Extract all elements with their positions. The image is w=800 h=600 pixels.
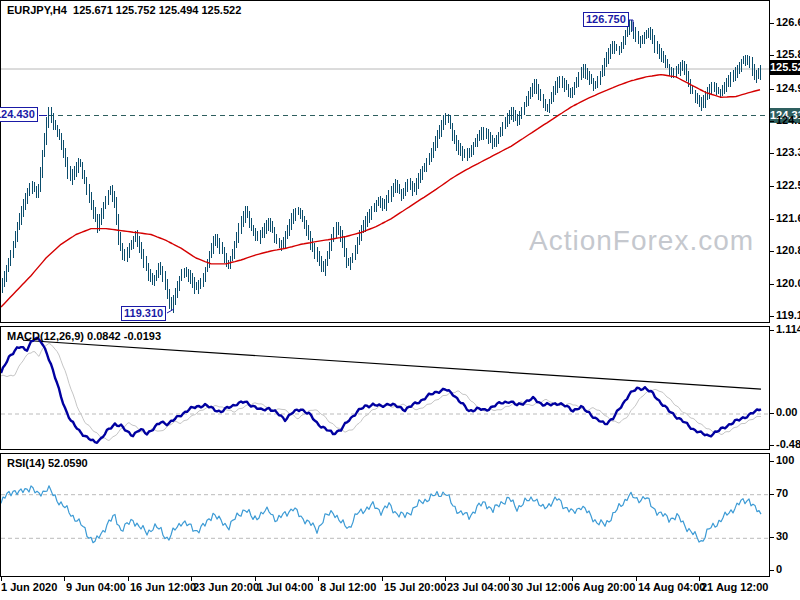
price-axis-label: 124.995 — [776, 82, 800, 94]
macd-panel: MACD(12,26,9) 0.0842 -0.0193 — [0, 326, 770, 450]
time-axis-label: 23 Jul 04:00 — [447, 581, 509, 593]
price-axis-label: 126.670 — [776, 16, 800, 28]
time-axis-label: 23 Jun 20:00 — [193, 581, 259, 593]
forex-chart: EURJPY,H4 125.671 125.752 125.494 125.52… — [0, 0, 800, 600]
rsi-axis-label: 100 — [776, 454, 794, 466]
rsi-label: RSI(14) 52.0590 — [7, 457, 88, 469]
axis-tick — [770, 23, 774, 24]
rsi-plot — [1, 454, 769, 576]
price-axis-label: 119.195 — [776, 309, 800, 321]
time-axis-label: 16 Jun 12:00 — [130, 581, 196, 593]
time-axis-label: 21 Aug 12:00 — [701, 581, 768, 593]
time-axis-tick — [64, 577, 65, 581]
watermark: ActionForex.com — [529, 225, 754, 257]
axis-tick — [770, 330, 774, 331]
current-price-box: 125.522 — [770, 60, 800, 75]
macd-plot — [1, 327, 769, 449]
time-axis-tick — [191, 577, 192, 581]
annotation-swing-high: 126.750 — [583, 12, 629, 27]
time-axis-label: 1 Jun 2020 — [1, 581, 57, 593]
macd-label: MACD(12,26,9) 0.0842 -0.0193 — [7, 330, 161, 342]
time-axis-label: 15 Jul 20:00 — [384, 581, 446, 593]
axis-tick — [770, 570, 774, 571]
macd-axis-label: 1.1144 — [776, 323, 800, 335]
time-axis-tick — [699, 577, 700, 581]
annotation-swing-low: 119.310 — [121, 306, 166, 321]
time-axis-tick — [445, 577, 446, 581]
time-axis-label: 30 Jul 12:00 — [511, 581, 573, 593]
macd-axis-label: 0.00 — [776, 406, 797, 418]
macd-axis-label: -0.4856 — [776, 438, 800, 450]
time-axis-tick — [382, 577, 383, 581]
time-axis-label: 8 Jul 12:00 — [320, 581, 376, 593]
price-axis-label: 125.845 — [776, 48, 800, 60]
time-axis-tick — [509, 577, 510, 581]
price-axis-label: 122.520 — [776, 179, 800, 191]
price-axis-label: 123.345 — [776, 146, 800, 158]
time-axis-tick — [636, 577, 637, 581]
axis-tick — [770, 316, 774, 317]
axis-tick — [770, 186, 774, 187]
price-plot — [1, 1, 769, 322]
time-axis-label: 9 Jun 04:00 — [66, 581, 126, 593]
price-axis-label: 120.845 — [776, 244, 800, 256]
price-axis: 125.522 124.310 126.670125.845124.995124… — [770, 0, 800, 600]
rsi-axis-label: 0 — [776, 563, 782, 575]
axis-tick — [770, 413, 774, 414]
axis-tick — [770, 494, 774, 495]
time-axis-tick — [318, 577, 319, 581]
time-axis-tick — [572, 577, 573, 581]
price-axis-label: 121.670 — [776, 212, 800, 224]
axis-tick — [770, 251, 774, 252]
time-axis-label: 14 Aug 04:00 — [638, 581, 705, 593]
time-axis-label: 1 Jul 04:00 — [257, 581, 313, 593]
axis-tick — [770, 537, 774, 538]
axis-tick — [770, 461, 774, 462]
price-panel: EURJPY,H4 125.671 125.752 125.494 125.52… — [0, 0, 770, 323]
time-axis-tick — [128, 577, 129, 581]
rsi-axis-label: 30 — [776, 530, 788, 542]
axis-tick — [770, 445, 774, 446]
rsi-axis-label: 70 — [776, 487, 788, 499]
axis-tick — [770, 284, 774, 285]
time-axis-tick — [255, 577, 256, 581]
axis-tick — [770, 153, 774, 154]
price-axis-label: 120.020 — [776, 277, 800, 289]
axis-tick — [770, 89, 774, 90]
rsi-panel: RSI(14) 52.0590 — [0, 453, 770, 577]
time-axis-label: 6 Aug 20:00 — [574, 581, 635, 593]
axis-tick — [770, 121, 774, 122]
price-axis-label: 124.170 — [776, 114, 800, 126]
annotation-resistance: 124.430 — [0, 107, 38, 122]
axis-tick — [770, 55, 774, 56]
axis-tick — [770, 219, 774, 220]
symbol-title: EURJPY,H4 125.671 125.752 125.494 125.52… — [7, 4, 241, 16]
